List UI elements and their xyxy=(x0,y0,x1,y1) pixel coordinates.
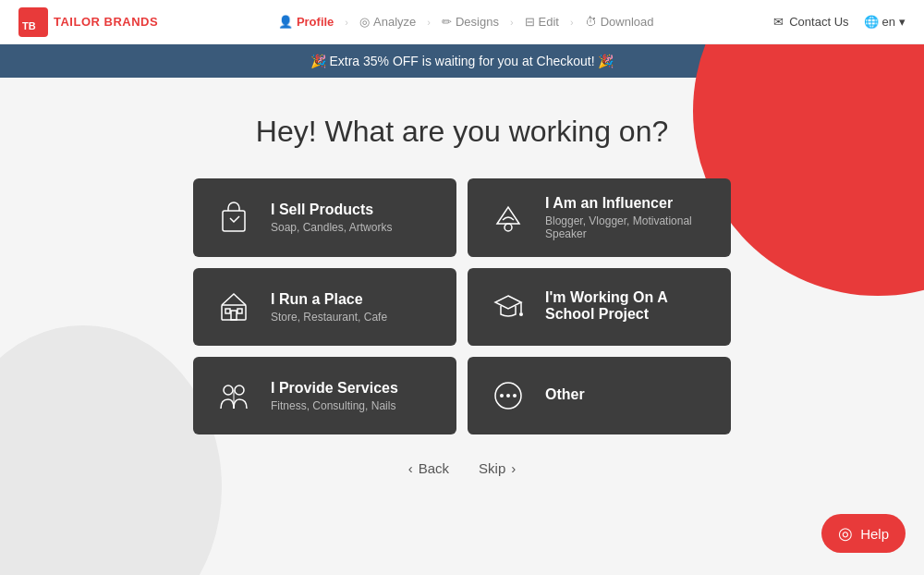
chevron-right-icon: › xyxy=(511,460,516,476)
other-icon xyxy=(486,373,530,418)
svg-rect-7 xyxy=(225,309,230,313)
svg-rect-6 xyxy=(231,311,237,320)
arrow-3: › xyxy=(510,17,514,28)
edit-icon: ⊟ xyxy=(525,15,535,29)
analyze-label: Analyze xyxy=(373,15,416,29)
svg-rect-8 xyxy=(237,309,242,313)
lang-label: en xyxy=(882,15,895,29)
svg-point-12 xyxy=(235,385,244,395)
provide-services-icon xyxy=(212,373,256,418)
nav-step-profile[interactable]: 👤 Profile xyxy=(271,11,341,32)
skip-button[interactable]: Skip › xyxy=(479,460,516,476)
chevron-left-icon: ‹ xyxy=(408,460,413,476)
nav-steps: 👤 Profile › ◎ Analyze › ✏ Designs › ⊟ Ed… xyxy=(271,11,662,32)
download-icon: ⏱ xyxy=(585,15,597,29)
analyze-icon: ◎ xyxy=(359,15,370,29)
sell-products-text: I Sell Products Soap, Candles, Artworks xyxy=(271,202,392,234)
back-button[interactable]: ‹ Back xyxy=(408,460,449,476)
sell-products-icon xyxy=(212,196,256,240)
run-place-text: I Run a Place Store, Restaurant, Cafe xyxy=(271,291,387,324)
contact-us-button[interactable]: ✉ Contact Us xyxy=(773,15,848,29)
run-place-icon xyxy=(212,285,256,329)
brand-name: TAILOR BRANDS xyxy=(54,15,158,29)
option-school-project[interactable]: I'm Working On A School Project xyxy=(468,268,731,346)
profile-icon: 👤 xyxy=(278,15,293,29)
profile-label: Profile xyxy=(297,15,334,29)
option-provide-services[interactable]: I Provide Services Fitness, Consulting, … xyxy=(193,357,456,434)
logo[interactable]: TB TAILOR BRANDS xyxy=(18,7,158,37)
nav-step-analyze[interactable]: ◎ Analyze xyxy=(352,11,423,32)
school-project-title: I'm Working On A School Project xyxy=(545,289,712,323)
download-label: Download xyxy=(601,15,654,29)
contact-label: Contact Us xyxy=(789,15,848,29)
chevron-down-icon: ▾ xyxy=(899,15,906,29)
page-title: Hey! What are you working on? xyxy=(256,115,668,149)
other-title: Other xyxy=(545,386,585,403)
option-run-place[interactable]: I Run a Place Store, Restaurant, Cafe xyxy=(193,268,456,346)
banner-text: 🎉 Extra 35% OFF is waiting for you at Ch… xyxy=(310,54,614,68)
language-selector[interactable]: 🌐 en ▾ xyxy=(864,15,906,29)
globe-icon: 🌐 xyxy=(864,15,879,29)
svg-point-17 xyxy=(513,394,517,398)
svg-point-16 xyxy=(506,394,510,398)
bottom-nav: ‹ Back Skip › xyxy=(408,460,517,476)
svg-point-15 xyxy=(500,394,504,398)
nav-right: ✉ Contact Us 🌐 en ▾ xyxy=(773,15,906,29)
school-project-icon xyxy=(486,285,530,329)
arrow-2: › xyxy=(427,17,431,28)
influencer-icon xyxy=(486,196,530,240)
school-project-text: I'm Working On A School Project xyxy=(545,289,712,325)
back-label: Back xyxy=(419,460,449,476)
influencer-subtitle: Blogger, Vlogger, Motivational Speaker xyxy=(545,214,712,240)
help-label: Help xyxy=(860,526,889,542)
nav-step-designs[interactable]: ✏ Designs xyxy=(434,11,506,32)
help-button[interactable]: ◎ Help xyxy=(821,514,906,553)
svg-text:TB: TB xyxy=(22,20,36,31)
option-other[interactable]: Other xyxy=(468,357,731,434)
svg-point-11 xyxy=(224,385,233,395)
arrow-1: › xyxy=(345,17,348,28)
nav-step-edit[interactable]: ⊟ Edit xyxy=(517,11,566,32)
sell-products-title: I Sell Products xyxy=(271,202,392,218)
run-place-title: I Run a Place xyxy=(271,291,387,308)
svg-marker-3 xyxy=(497,207,519,224)
option-sell-products[interactable]: I Sell Products Soap, Candles, Artworks xyxy=(193,178,456,257)
run-place-subtitle: Store, Restaurant, Cafe xyxy=(271,311,387,324)
navbar: TB TAILOR BRANDS 👤 Profile › ◎ Analyze ›… xyxy=(0,0,924,44)
help-icon: ◎ xyxy=(838,523,853,544)
sell-products-subtitle: Soap, Candles, Artworks xyxy=(271,221,392,234)
edit-label: Edit xyxy=(539,15,559,29)
provide-services-title: I Provide Services xyxy=(271,380,398,397)
designs-icon: ✏ xyxy=(442,15,452,29)
options-grid: I Sell Products Soap, Candles, Artworks … xyxy=(193,178,731,434)
option-influencer[interactable]: I Am an Influencer Blogger, Vlogger, Mot… xyxy=(468,178,731,257)
svg-point-4 xyxy=(505,224,512,231)
influencer-text: I Am an Influencer Blogger, Vlogger, Mot… xyxy=(545,195,712,240)
other-text: Other xyxy=(545,386,585,406)
main-content: Hey! What are you working on? I Sell Pro… xyxy=(0,78,924,476)
arrow-4: › xyxy=(570,17,574,28)
provide-services-text: I Provide Services Fitness, Consulting, … xyxy=(271,380,398,412)
skip-label: Skip xyxy=(479,460,505,476)
provide-services-subtitle: Fitness, Consulting, Nails xyxy=(271,399,398,412)
designs-label: Designs xyxy=(456,15,499,29)
mail-icon: ✉ xyxy=(773,15,784,29)
svg-point-10 xyxy=(519,312,523,316)
nav-step-download[interactable]: ⏱ Download xyxy=(578,11,662,32)
influencer-title: I Am an Influencer xyxy=(545,195,712,212)
